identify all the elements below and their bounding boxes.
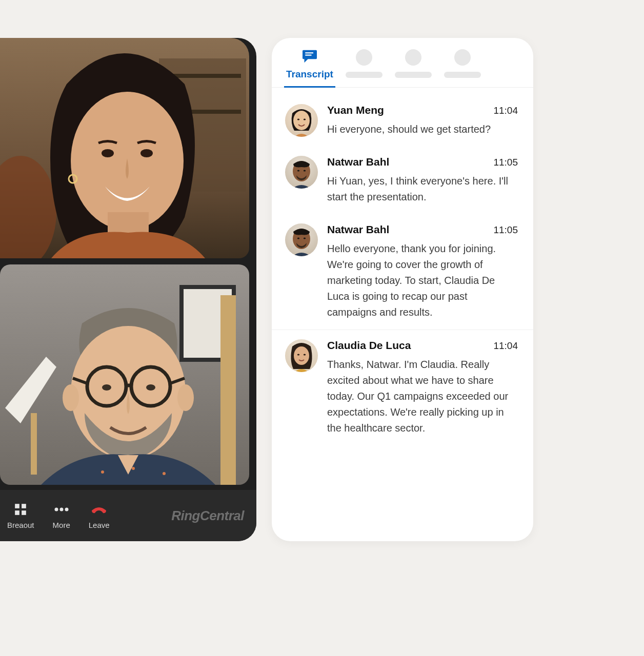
svg-point-21: [146, 384, 155, 391]
svg-point-7: [102, 149, 114, 157]
chat-icon: [300, 49, 319, 66]
transcript-entry: Natwar Bahl 11:05 Hi Yuan, yes, I think …: [272, 147, 533, 214]
video-call-panel: Breaout More Leave RingCentral: [0, 38, 256, 541]
svg-rect-26: [22, 504, 26, 508]
grid-icon: [14, 502, 27, 517]
transcript-text: Thanks, Natwar. I'm Claudia. Really exci…: [327, 357, 518, 436]
tab-placeholder-3[interactable]: [444, 49, 481, 87]
svg-point-29: [54, 507, 58, 511]
breakout-button[interactable]: Breaout: [7, 502, 34, 529]
more-button[interactable]: More: [53, 502, 70, 529]
transcript-entries: Yuan Meng 11:04 Hi everyone, should we g…: [272, 88, 533, 541]
tab-bar: Transcript: [272, 38, 533, 88]
video-tile-participant-1[interactable]: [0, 38, 249, 258]
svg-point-17: [177, 384, 194, 411]
svg-point-47: [294, 346, 309, 365]
breakout-label: Breaout: [7, 521, 34, 529]
svg-point-20: [102, 384, 111, 391]
timestamp: 11:05: [493, 157, 518, 168]
svg-rect-14: [220, 295, 236, 485]
tab-placeholder-2[interactable]: [395, 49, 432, 87]
svg-point-45: [304, 237, 306, 239]
transcript-entry: Natwar Bahl 11:05 Hello everyone, thank …: [272, 214, 533, 330]
leave-label: Leave: [89, 521, 110, 529]
avatar: [285, 223, 318, 256]
timestamp: 11:05: [493, 224, 518, 236]
svg-point-22: [101, 470, 104, 474]
tab-placeholder-1[interactable]: [346, 49, 383, 87]
svg-point-31: [65, 507, 68, 511]
avatar: [285, 156, 318, 189]
timestamp: 11:04: [493, 105, 518, 116]
svg-point-48: [297, 354, 299, 355]
svg-point-49: [304, 354, 306, 355]
transcript-text: Hello everyone, thank you for joining. W…: [327, 241, 518, 320]
speaker-name: Natwar Bahl: [327, 223, 389, 236]
tab-transcript-label: Transcript: [286, 69, 333, 80]
svg-point-44: [297, 237, 299, 239]
tab-transcript[interactable]: Transcript: [286, 49, 333, 87]
transcript-panel: Transcript Yuan Meng 11:04 Hi everyone, …: [272, 38, 533, 541]
svg-point-23: [132, 467, 135, 470]
more-icon: [54, 502, 69, 517]
svg-rect-32: [305, 52, 313, 53]
avatar: [285, 339, 318, 372]
svg-point-40: [297, 170, 299, 171]
svg-rect-27: [15, 510, 19, 515]
svg-point-30: [59, 507, 63, 511]
svg-point-37: [304, 118, 306, 120]
speaker-name: Yuan Meng: [327, 104, 384, 116]
transcript-text: Hi everyone, should we get started?: [327, 121, 518, 137]
svg-point-16: [63, 384, 79, 411]
avatar: [285, 104, 318, 137]
brand-logo: RingCentral: [171, 508, 244, 524]
more-label: More: [53, 521, 70, 529]
call-toolbar: Breaout More Leave RingCentral: [0, 490, 256, 541]
svg-rect-28: [22, 510, 26, 515]
transcript-entry: Claudia De Luca 11:04 Thanks, Natwar. I'…: [272, 330, 533, 445]
timestamp: 11:04: [493, 340, 518, 352]
svg-point-41: [304, 170, 306, 171]
transcript-entry: Yuan Meng 11:04 Hi everyone, should we g…: [272, 95, 533, 147]
svg-point-24: [163, 472, 166, 475]
svg-point-8: [140, 149, 153, 157]
transcript-text: Hi Yuan, yes, I think everyone's here. I…: [327, 173, 518, 205]
leave-button[interactable]: Leave: [89, 502, 110, 529]
svg-point-35: [293, 111, 310, 130]
speaker-name: Natwar Bahl: [327, 156, 389, 168]
svg-rect-33: [305, 55, 311, 56]
speaker-name: Claudia De Luca: [327, 339, 411, 352]
svg-rect-25: [15, 504, 19, 508]
hangup-icon: [90, 502, 108, 517]
video-tile-participant-2[interactable]: [0, 264, 249, 485]
svg-rect-13: [31, 413, 37, 475]
svg-point-36: [297, 118, 299, 120]
